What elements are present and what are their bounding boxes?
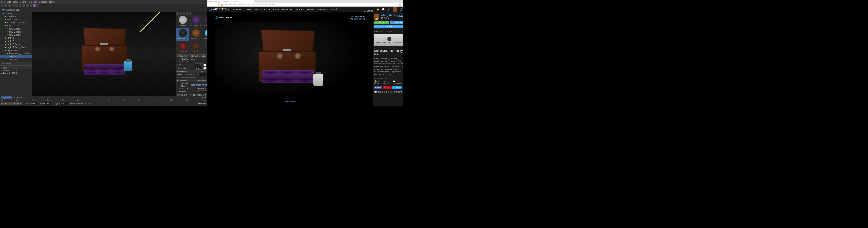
menu-file[interactable]: File	[1, 1, 5, 3]
tool-icon[interactable]	[1, 4, 4, 7]
nav-masterclasses[interactable]: MASTERCLASSES	[307, 8, 327, 11]
material-ball[interactable]: Material #220	[177, 28, 189, 41]
nav-activity[interactable]: ACTIVITY	[232, 8, 243, 11]
share-twitter-button[interactable]: 🐦 Tweet	[392, 86, 402, 88]
edit-button[interactable]: ✎ Edit	[374, 25, 403, 28]
fullscreen-icon[interactable]: ⛶	[375, 26, 378, 29]
menu-scene[interactable]: Scene	[20, 1, 27, 3]
loop-icon[interactable]: ⟳	[20, 102, 22, 105]
tool-icon[interactable]	[8, 4, 11, 7]
reload-icon[interactable]: ⟳	[216, 3, 219, 6]
artstation-logo[interactable]: ARTSTATION	[209, 8, 229, 11]
mat-tool-icon[interactable]	[186, 12, 188, 15]
share-pinterest-button[interactable]: 📌 Pin it	[383, 86, 392, 88]
material-ball[interactable]: Default	[177, 15, 189, 28]
timeline-tab-timeline[interactable]: Timeline	[14, 96, 22, 99]
menu-icon[interactable]: ⋮	[403, 3, 403, 6]
reflection-header[interactable]: ▾ Reflection:GGX	[176, 70, 207, 73]
menu-material[interactable]: Material	[29, 1, 37, 3]
help-icon[interactable]: ?	[375, 31, 378, 33]
add-button[interactable]: 🔖 Add to c	[390, 21, 403, 24]
outliner-row[interactable]: ▸● wood	[0, 58, 32, 61]
occlusion-input[interactable]	[198, 90, 206, 93]
nav-shop[interactable]: SHOP	[272, 8, 279, 11]
length-input[interactable]	[59, 102, 68, 105]
index-input[interactable]	[195, 64, 203, 66]
next-arrow-icon[interactable]: ›	[369, 56, 371, 62]
tool-icon[interactable]	[36, 4, 40, 7]
mat-tool-icon[interactable]	[180, 12, 182, 15]
outliner-row[interactable]: ▸● box_2018_complete	[0, 52, 32, 55]
material-ball[interactable]: wood	[190, 41, 203, 54]
play-last-icon[interactable]: ⏭	[17, 102, 19, 105]
menu-view[interactable]: View	[13, 1, 18, 3]
extension-icon[interactable]: ▦	[399, 3, 401, 6]
forward-icon[interactable]: →	[212, 3, 215, 6]
frame-input[interactable]	[31, 102, 38, 105]
outliner-row[interactable]: ▾● Scene	[0, 12, 32, 15]
outliner-row[interactable]: ▸● Renders	[0, 15, 32, 18]
like-icon[interactable]: 👍	[375, 17, 378, 20]
star-icon[interactable]: ☆	[396, 3, 398, 6]
menu-capture[interactable]: Capture	[39, 1, 47, 3]
timeline-tab-keyframes[interactable]: Keyframes	[1, 96, 12, 99]
upload-button[interactable]: ↑ UPLOAD	[363, 7, 374, 12]
play-prev-icon[interactable]: ◀	[4, 102, 7, 105]
url-text[interactable]: https://www.artstation.com/artwork/4KNE1	[232, 3, 275, 6]
outliner-row[interactable]: ▸● Light 2 Copy	[0, 43, 32, 46]
material-ball[interactable]: Material #218	[190, 15, 203, 28]
outliner-row[interactable]: ▸● Sky Light 1	[0, 27, 32, 30]
back-icon[interactable]: ←	[208, 3, 211, 6]
artwork-author-link[interactable]: Krissy Harling	[352, 18, 365, 20]
tool-icon[interactable]	[11, 4, 14, 7]
tool-icon[interactable]	[29, 4, 32, 7]
reflectivity-header[interactable]: ▾ Reflectivity:Reflective Index	[176, 55, 207, 58]
extinction-input[interactable]	[195, 67, 203, 70]
info-header[interactable]: ▸ Info	[1, 66, 32, 69]
nav-jobs[interactable]: JOBS	[264, 8, 270, 11]
friend-ad[interactable]: DANIEL THIGER SIGNATURE S	[374, 34, 403, 46]
outliner-row[interactable]: ▸● Light 2	[0, 40, 32, 43]
outliner-row[interactable]: ▸● Main Camera	[0, 18, 32, 21]
play-back-icon[interactable]: ◁	[7, 102, 10, 105]
outliner-row[interactable]: ▸● Sky	[0, 24, 32, 27]
play-first-icon[interactable]: ⏮	[1, 102, 4, 105]
mat-tool-icon[interactable]	[177, 12, 179, 15]
outliner-row[interactable]: ▸● Sky Light 3	[0, 33, 32, 36]
mat-tool-icon[interactable]	[183, 12, 185, 15]
comment-prompt[interactable]: 💬 Be the first to comment!	[374, 91, 403, 93]
play-next-icon[interactable]: ▶	[13, 102, 16, 105]
material-ball[interactable]: Material #221	[190, 28, 203, 41]
outliner-row[interactable]: ▸● Shadow Catcher 1	[0, 21, 32, 24]
browser-tab[interactable]: Krissy Harling - Medieval Apothecary...	[208, 0, 254, 3]
search-input[interactable]	[330, 8, 360, 11]
embed-code-link[interactable]: Embed code	[283, 100, 296, 104]
outliner-row[interactable]: ▸● Turntable 1	[0, 49, 32, 52]
indexmap-check[interactable]	[177, 58, 179, 60]
outliner-row[interactable]: ▸● Sky Light 2	[0, 30, 32, 33]
notifications-icon[interactable]: 🔔	[376, 8, 379, 11]
play-play-icon[interactable]: ▷	[10, 102, 13, 105]
tool-icon[interactable]	[4, 4, 7, 7]
tool-icon[interactable]	[33, 4, 36, 7]
submesh-header[interactable]: Submesh	[1, 62, 32, 65]
material-ball[interactable]: Material #222	[203, 28, 207, 41]
nav-challenges[interactable]: CHALLENGES	[245, 8, 261, 11]
occlusion-header[interactable]: ▾ Occlusion:Occlusion	[176, 79, 207, 82]
material-ball[interactable]: Material #219	[203, 15, 207, 28]
outliner-row[interactable]: ▸● BOX	[0, 55, 32, 58]
outliner-row[interactable]: ▸● Light 1	[0, 36, 32, 40]
menu-edit[interactable]: Edit	[7, 1, 11, 3]
outliner-row[interactable]: ▸● Light 2 Copy Copy	[0, 46, 32, 49]
share-facebook-button[interactable]: f Share	[374, 86, 382, 88]
cart-icon[interactable]: 🛒	[387, 8, 390, 11]
tool-icon[interactable]	[15, 4, 18, 7]
nav-books[interactable]: BOOKS	[296, 8, 304, 11]
viewport[interactable]	[32, 12, 176, 96]
tool-icon[interactable]	[19, 4, 22, 7]
nav-magazine[interactable]: MAGAZINE	[281, 8, 293, 11]
tool-icon[interactable]	[26, 4, 29, 7]
occmap-check[interactable]: ✓	[178, 84, 180, 86]
material-ball[interactable]: Material #47	[177, 41, 189, 54]
fps-input[interactable]	[43, 102, 52, 105]
